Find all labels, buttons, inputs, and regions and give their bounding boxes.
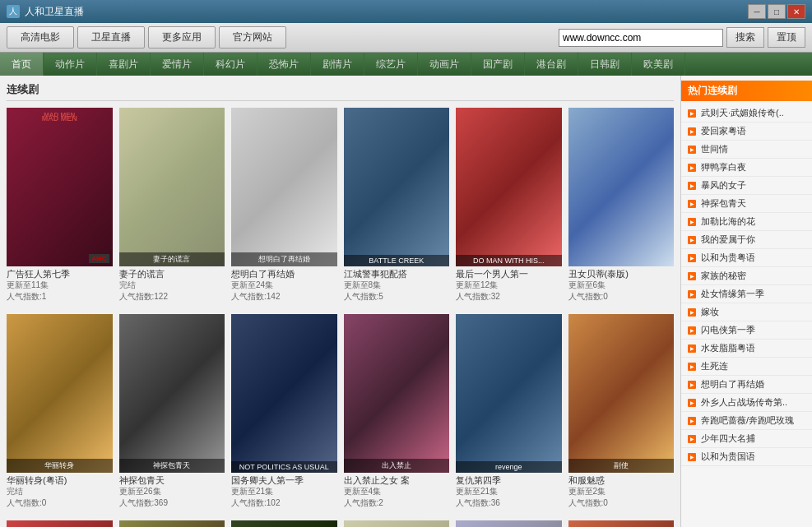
close-button[interactable]: ✕ <box>787 4 805 19</box>
nav-tab-11[interactable]: 日韩剧 <box>578 53 632 76</box>
maximize-button[interactable]: □ <box>768 4 786 19</box>
sidebar-item-7[interactable]: 我的爱属于你 <box>681 231 812 249</box>
sidebar-item-3[interactable]: 狎鸭享白夜 <box>681 159 812 177</box>
nav-tab-3[interactable]: 爱情片 <box>151 53 204 76</box>
sidebar-item-15[interactable]: 想明白了再结婚 <box>681 376 812 394</box>
sidebar-item-13[interactable]: 水发脂脂粤语 <box>681 340 812 358</box>
nav-tab-5[interactable]: 恐怖片 <box>258 53 311 76</box>
movie-item[interactable] <box>568 520 675 527</box>
sidebar-item-4[interactable]: 暴风的女子 <box>681 177 812 195</box>
movie-info: 神探包青天更新至26集人气指数:369 <box>119 473 225 511</box>
sidebar-item-text: 世间情 <box>701 143 728 155</box>
nav-tab-4[interactable]: 科幻片 <box>204 53 258 76</box>
movie-item[interactable]: 出入禁止出入禁止之女 案更新至4集人气指数:2 <box>344 314 450 511</box>
movie-title: 和服魅惑 <box>568 474 675 486</box>
movie-thumbnail: 妻子的谎言 <box>119 108 225 266</box>
sidebar-item-18[interactable]: 少年四大名捕 <box>681 430 812 448</box>
movie-title: 江城警事犯配搭 <box>344 268 450 280</box>
movie-item[interactable] <box>344 520 450 527</box>
movie-thumb-label: 出入禁止 <box>344 459 450 473</box>
sidebar-item-10[interactable]: 处女情缘第一季 <box>681 285 812 303</box>
movie-item[interactable]: MAD MENAMC广告狂人第七季更新至11集人气指数:1 <box>7 108 113 304</box>
home-button[interactable]: 置顶 <box>768 27 805 48</box>
movie-item[interactable] <box>231 520 337 527</box>
movie-thumbnail <box>119 520 225 527</box>
more-apps-button[interactable]: 更多应用 <box>148 26 216 49</box>
movie-title: 想明白了再结婚 <box>231 268 337 280</box>
nav-tab-7[interactable]: 综艺片 <box>364 53 418 76</box>
movie-thumbnail: 出入禁止 <box>344 314 450 473</box>
sidebar-item-icon <box>688 127 696 136</box>
sidebar-item-8[interactable]: 以和为贵粤语 <box>681 249 812 267</box>
movie-thumbnail <box>7 520 113 527</box>
movie-item[interactable]: revenge复仇第四季更新至21集人气指数:36 <box>456 314 562 511</box>
satellite-tv-button[interactable]: 卫星直播 <box>77 26 145 49</box>
sidebar-item-icon <box>688 417 696 425</box>
sidebar: 热门连续剧 武则天·武媚娘传奇(..爱回家粤语世间情狎鸭享白夜暴风的女子神探包青… <box>680 76 812 527</box>
nav-tab-12[interactable]: 欧美剧 <box>632 53 685 76</box>
sidebar-item-0[interactable]: 武则天·武媚娘传奇(.. <box>681 104 812 123</box>
sidebar-item-text: 少年四大名捕 <box>701 432 755 445</box>
movie-item[interactable]: 华丽转身华丽转身(粤语)完结人气指数:0 <box>7 314 113 511</box>
movie-popularity: 人气指数:142 <box>231 291 337 303</box>
sidebar-item-6[interactable]: 加勒比海的花 <box>681 213 812 231</box>
movie-popularity: 人气指数:36 <box>456 497 562 509</box>
movie-thumb-label: 妻子的谎言 <box>119 252 225 266</box>
sidebar-item-17[interactable]: 奔跑吧蔷薇/奔跑吧玫瑰 <box>681 412 812 430</box>
sidebar-item-12[interactable]: 闪电侠第一季 <box>681 321 812 340</box>
movie-info: 国务卿夫人第一季更新至21集人气指数:102 <box>231 473 337 511</box>
section-title: 连续剧 <box>7 82 674 101</box>
movie-update: 更新至26集 <box>119 486 225 497</box>
movie-update: 更新至6集 <box>568 280 675 291</box>
sidebar-item-11[interactable]: 嫁妆 <box>681 303 812 321</box>
movie-item[interactable]: NOT POLITICS AS USUAL国务卿夫人第一季更新至21集人气指数:… <box>231 314 337 511</box>
movie-thumbnail: BATTLE CREEK <box>344 108 450 266</box>
movie-item[interactable]: 妻子的谎言妻子的谎言完结人气指数:122 <box>119 108 225 304</box>
nav-tab-8[interactable]: 动画片 <box>418 53 471 76</box>
movie-item[interactable] <box>7 520 113 527</box>
movie-info: 广告狂人第七季更新至11集人气指数:1 <box>7 266 113 304</box>
movie-item[interactable] <box>456 520 562 527</box>
nav-tab-0[interactable]: 首页 <box>0 53 44 76</box>
movie-item[interactable]: DO MAN WITH HIS...最后一个男人第一更新至12集人气指数:32 <box>456 108 562 304</box>
hd-movies-button[interactable]: 高清电影 <box>7 26 74 49</box>
movie-thumb-label: 副使 <box>568 459 675 473</box>
movie-item[interactable]: 神探包青天神探包青天更新至26集人气指数:369 <box>119 314 225 511</box>
sidebar-item-text: 我的爱属于你 <box>701 233 755 246</box>
app-icon: 人 <box>7 5 20 18</box>
nav-tab-2[interactable]: 喜剧片 <box>97 53 151 76</box>
sidebar-item-icon <box>688 109 696 118</box>
sidebar-item-text: 家族的秘密 <box>701 270 746 282</box>
movie-popularity: 人气指数:122 <box>119 291 225 303</box>
movie-item[interactable]: 想明白了再结婚想明白了再结婚更新至24集人气指数:142 <box>231 108 337 304</box>
movie-info: 妻子的谎言完结人气指数:122 <box>119 266 225 304</box>
nav-tab-6[interactable]: 剧情片 <box>311 53 364 76</box>
movie-thumbnail <box>568 108 675 266</box>
url-input[interactable] <box>559 29 723 47</box>
sidebar-item-14[interactable]: 生死连 <box>681 358 812 376</box>
movie-item[interactable]: 副使和服魅惑更新至2集人气指数:0 <box>568 314 675 511</box>
movie-item[interactable] <box>119 520 225 527</box>
movie-thumb-bottom-label: AMC <box>91 256 109 263</box>
movie-thumb-top-label: MAD MEN <box>44 111 75 118</box>
sidebar-item-16[interactable]: 外乡人占战场传奇第.. <box>681 394 812 412</box>
sidebar-item-2[interactable]: 世间情 <box>681 141 812 159</box>
nav-tab-9[interactable]: 国产剧 <box>471 53 525 76</box>
movie-item[interactable]: 丑女贝蒂(泰版)更新至6集人气指数:0 <box>568 108 675 304</box>
movie-info: 出入禁止之女 案更新至4集人气指数:2 <box>344 473 450 511</box>
sidebar-item-19[interactable]: 以和为贵国语 <box>681 448 812 466</box>
minimize-button[interactable]: ─ <box>748 4 766 19</box>
sidebar-item-1[interactable]: 爱回家粤语 <box>681 123 812 141</box>
sidebar-item-9[interactable]: 家族的秘密 <box>681 267 812 285</box>
search-button[interactable]: 搜索 <box>726 27 764 48</box>
movie-title: 最后一个男人第一 <box>456 268 562 280</box>
nav-tab-10[interactable]: 港台剧 <box>525 53 578 76</box>
toolbar: 高清电影 卫星直播 更多应用 官方网站 搜索 置顶 <box>0 23 812 53</box>
movie-item[interactable]: BATTLE CREEK江城警事犯配搭更新至8集人气指数:5 <box>344 108 450 304</box>
sidebar-item-5[interactable]: 神探包青天 <box>681 195 812 213</box>
movie-update: 完结 <box>119 280 225 291</box>
official-site-button[interactable]: 官方网站 <box>219 26 286 49</box>
movie-popularity: 人气指数:2 <box>344 497 450 509</box>
movie-thumbnail <box>231 520 337 527</box>
nav-tab-1[interactable]: 动作片 <box>44 53 97 76</box>
